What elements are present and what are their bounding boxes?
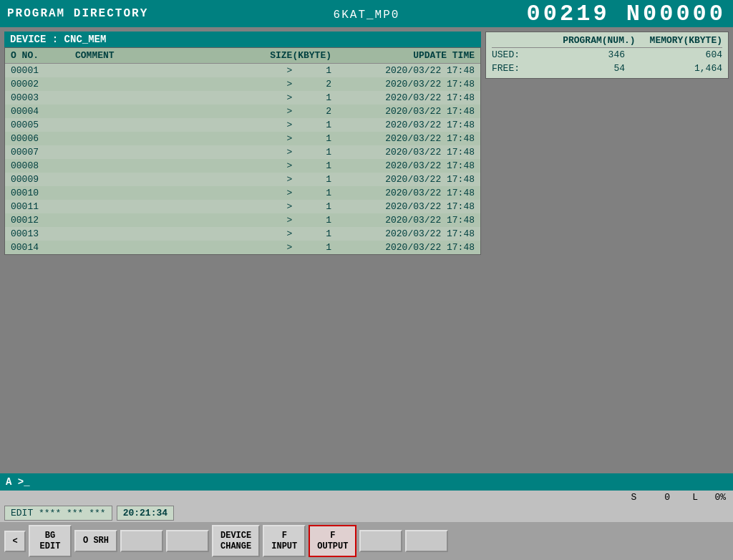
row-no: 00014 <box>11 242 75 253</box>
row-datetime: 2020/03/22 17:48 <box>331 92 475 103</box>
row-datetime: 2020/03/22 17:48 <box>331 133 475 144</box>
device-change-button[interactable]: DEVICECHANGE <box>212 525 260 557</box>
row-datetime: 2020/03/22 17:48 <box>331 242 475 253</box>
edit-bar: EDIT **** *** *** 20:21:34 <box>0 504 733 522</box>
row-size: > 1 <box>238 242 331 253</box>
row-no: 00005 <box>11 120 75 130</box>
screen: PROGRAM DIRECTORY 6KAT_MP0 00219 N00000 … <box>0 0 733 560</box>
row-no: 00008 <box>11 160 75 171</box>
table-row[interactable]: 00014 > 1 2020/03/22 17:48 <box>5 241 480 254</box>
row-comment <box>75 120 238 130</box>
table-row[interactable]: 00002 > 2 2020/03/22 17:48 <box>5 77 480 91</box>
used-label: USED: <box>492 49 528 60</box>
mem-col2-header: MEMORY(KBYTE) <box>650 35 722 46</box>
table-row[interactable]: 00013 > 1 2020/03/22 17:48 <box>5 227 480 241</box>
row-datetime: 2020/03/22 17:48 <box>331 215 475 226</box>
col-header-time: UPDATE TIME <box>331 50 475 61</box>
col-header-no: O NO. <box>11 50 75 61</box>
row-no: 00011 <box>11 201 75 212</box>
row-comment <box>75 242 238 253</box>
info-area: PROGRAM(NUM.) MEMORY(KBYTE) USED: 346 60… <box>485 32 729 255</box>
memory-used-row: USED: 346 604 <box>492 48 722 62</box>
col-header-size: SIZE(KBYTE) <box>238 50 331 61</box>
bottom-section: A >_ S 0 L 0% EDIT **** *** *** 20:21:34… <box>0 473 733 560</box>
row-size: > 1 <box>238 174 331 185</box>
table-row[interactable]: 00009 > 1 2020/03/22 17:48 <box>5 173 480 186</box>
row-comment <box>75 79 238 90</box>
row-comment <box>75 92 238 103</box>
row-comment <box>75 106 238 117</box>
table-row[interactable]: 00006 > 1 2020/03/22 17:48 <box>5 132 480 145</box>
current-time: 20:21:34 <box>117 506 174 521</box>
empty-button-1 <box>120 530 163 551</box>
row-no: 00003 <box>11 92 75 103</box>
table-row[interactable]: 00001 > 1 2020/03/22 17:48 <box>5 64 480 77</box>
memory-header: PROGRAM(NUM.) MEMORY(KBYTE) <box>492 35 722 48</box>
row-comment <box>75 201 238 212</box>
row-size: > 1 <box>238 215 331 226</box>
top-row: DEVICE : CNC_MEM O NO. COMMENT SIZE(KBYT… <box>4 32 729 255</box>
row-size: > 1 <box>238 120 331 130</box>
input-line: A >_ <box>0 473 733 491</box>
empty-button-2 <box>166 530 209 551</box>
row-no: 00013 <box>11 228 75 239</box>
row-size: > 1 <box>238 133 331 144</box>
table-row[interactable]: 00003 > 1 2020/03/22 17:48 <box>5 91 480 105</box>
row-no: 00012 <box>11 215 75 226</box>
nav-left-button[interactable]: < <box>4 531 26 552</box>
row-datetime: 2020/03/22 17:48 <box>331 228 475 239</box>
program-table: O NO. COMMENT SIZE(KBYTE) UPDATE TIME 00… <box>4 47 481 255</box>
row-size: > 1 <box>238 188 331 198</box>
free-programs: 54 <box>582 63 625 74</box>
row-size: > 1 <box>238 201 331 212</box>
row-datetime: 2020/03/22 17:48 <box>331 160 475 171</box>
empty-button-4 <box>405 530 448 551</box>
mem-col1-header: PROGRAM(NUM.) <box>563 35 635 46</box>
table-header: O NO. COMMENT SIZE(KBYTE) UPDATE TIME <box>5 48 480 64</box>
bg-edit-button[interactable]: BGEDIT <box>29 525 72 557</box>
table-row[interactable]: 00005 > 1 2020/03/22 17:48 <box>5 118 480 132</box>
row-comment <box>75 133 238 144</box>
f-input-button[interactable]: FINPUT <box>263 525 306 557</box>
row-no: 00009 <box>11 174 75 185</box>
row-size: > 1 <box>238 92 331 103</box>
table-row[interactable]: 00012 > 1 2020/03/22 17:48 <box>5 213 480 227</box>
device-label: DEVICE : CNC_MEM <box>4 32 481 47</box>
memory-box: PROGRAM(NUM.) MEMORY(KBYTE) USED: 346 60… <box>485 32 729 79</box>
row-no: 00002 <box>11 79 75 90</box>
col-header-comment: COMMENT <box>75 50 238 61</box>
row-datetime: 2020/03/22 17:48 <box>331 188 475 198</box>
row-no: 00007 <box>11 147 75 158</box>
row-comment <box>75 215 238 226</box>
row-datetime: 2020/03/22 17:48 <box>331 201 475 212</box>
table-row[interactable]: 00008 > 1 2020/03/22 17:48 <box>5 159 480 173</box>
used-memory: 604 <box>679 49 722 60</box>
top-section: DEVICE : CNC_MEM O NO. COMMENT SIZE(KBYT… <box>0 27 733 473</box>
row-size: > 1 <box>238 65 331 76</box>
machine-name: 6KAT_MP0 <box>334 9 400 21</box>
table-row[interactable]: 00011 > 1 2020/03/22 17:48 <box>5 200 480 213</box>
row-no: 00006 <box>11 133 75 144</box>
row-no: 00001 <box>11 65 75 76</box>
table-row[interactable]: 00010 > 1 2020/03/22 17:48 <box>5 186 480 200</box>
edit-status: EDIT **** *** *** <box>4 506 112 521</box>
row-comment <box>75 160 238 171</box>
row-datetime: 2020/03/22 17:48 <box>331 79 475 90</box>
row-size: > 2 <box>238 106 331 117</box>
table-row[interactable]: 00007 > 1 2020/03/22 17:48 <box>5 145 480 159</box>
table-row[interactable]: 00004 > 2 2020/03/22 17:48 <box>5 105 480 118</box>
o-srh-button[interactable]: O SRH <box>74 530 117 551</box>
row-no: 00010 <box>11 188 75 198</box>
row-datetime: 2020/03/22 17:48 <box>331 120 475 130</box>
row-size: > 1 <box>238 228 331 239</box>
row-datetime: 2020/03/22 17:48 <box>331 174 475 185</box>
f-output-button[interactable]: FOUTPUT <box>309 525 356 557</box>
s-status: S 0 L 0% <box>631 492 726 503</box>
table-body: 00001 > 1 2020/03/22 17:48 00002 > 2 202… <box>5 64 480 254</box>
row-size: > 2 <box>238 79 331 90</box>
empty-button-3 <box>359 530 402 551</box>
used-programs: 346 <box>582 49 625 60</box>
row-datetime: 2020/03/22 17:48 <box>331 106 475 117</box>
row-datetime: 2020/03/22 17:48 <box>331 147 475 158</box>
row-comment <box>75 228 238 239</box>
